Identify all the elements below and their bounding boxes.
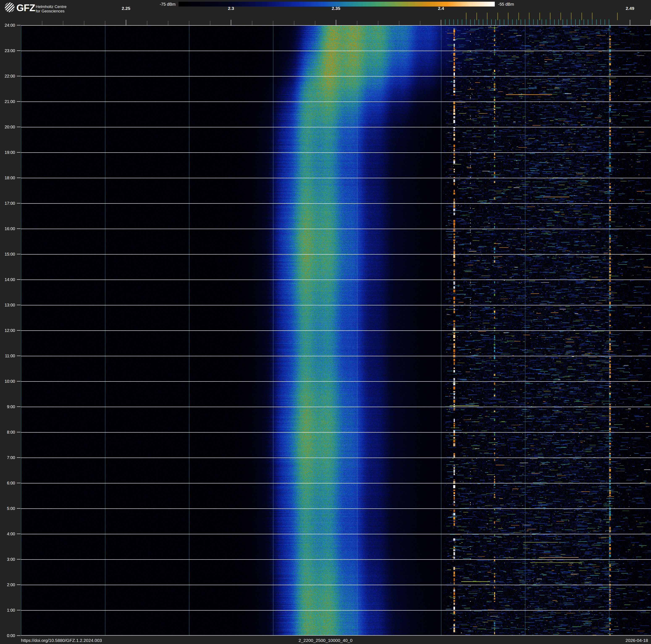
freq-major-label: 2.35	[327, 6, 345, 11]
ble-channel-tick	[500, 19, 500, 25]
brand-subtitle: Helmholtz Centre for Geosciences	[36, 4, 67, 13]
spectrogram-canvas	[21, 25, 651, 636]
freq-major-tick	[630, 20, 630, 25]
wifi-channel-tick	[539, 12, 540, 20]
ble-channel-tick	[537, 19, 538, 25]
ble-channel-tick	[478, 19, 479, 25]
time-label: 19:00	[0, 150, 15, 155]
time-tick	[17, 25, 21, 25]
freq-minor-tick	[189, 21, 189, 25]
spectrogram-page: GFZ Helmholtz Centre for Geosciences -75…	[0, 0, 651, 644]
ble-channel-tick	[462, 19, 462, 25]
time-label: 6:00	[0, 480, 15, 486]
time-label: 18:00	[0, 175, 15, 180]
time-label: 3:00	[0, 557, 15, 562]
time-tick	[17, 381, 21, 381]
time-tick	[17, 534, 21, 534]
wifi-channel-tick	[508, 12, 508, 20]
ble-channel-tick	[508, 19, 508, 25]
ble-channel-tick	[487, 19, 488, 25]
freq-major-tick	[126, 20, 126, 25]
ble-channel-tick	[529, 19, 529, 25]
ble-channel-tick	[571, 19, 571, 25]
freq-edge-tick	[650, 20, 651, 25]
ble-channel-tick	[592, 19, 592, 25]
time-label: 16:00	[0, 226, 15, 231]
time-label: 22:00	[0, 74, 15, 79]
brand-subtitle-line1: Helmholtz Centre	[36, 4, 67, 9]
ble-channel-tick	[517, 19, 517, 25]
time-tick	[17, 51, 21, 51]
ble-channel-tick	[567, 19, 567, 25]
time-label: 10:00	[0, 379, 15, 384]
ble-channel-tick	[466, 19, 466, 25]
ble-channel-tick	[558, 19, 559, 25]
ble-channel-tick	[609, 19, 609, 25]
freq-minor-tick	[210, 21, 210, 25]
ble-channel-tick	[470, 19, 471, 25]
time-tick	[17, 432, 21, 432]
wifi-channel-tick	[592, 12, 592, 20]
ble-channel-tick	[454, 19, 454, 25]
time-tick	[17, 635, 21, 636]
time-label: 15:00	[0, 252, 15, 257]
ble-channel-tick	[521, 19, 521, 25]
time-label: 23:00	[0, 48, 15, 53]
freq-major-label: 2.49	[621, 6, 640, 11]
freq-minor-tick	[357, 21, 357, 25]
ble-channel-tick	[588, 19, 588, 25]
time-label: 1:00	[0, 608, 15, 613]
freq-minor-tick	[399, 21, 399, 25]
time-label: 4:00	[0, 531, 15, 536]
time-tick	[17, 407, 21, 407]
time-tick	[17, 483, 21, 483]
ble-channel-tick	[554, 19, 555, 25]
time-label: 17:00	[0, 201, 15, 206]
ble-channel-tick	[458, 19, 458, 25]
freq-minor-tick	[147, 21, 147, 25]
time-label: 7:00	[0, 455, 15, 460]
freq-major-label: 2.4	[432, 6, 451, 11]
time-tick	[17, 305, 21, 305]
wifi-channel-tick	[497, 12, 498, 20]
ble-channel-tick	[604, 19, 605, 25]
gfz-logo-icon	[5, 2, 15, 12]
time-tick	[17, 330, 21, 331]
ble-channel-tick	[483, 19, 483, 25]
time-tick	[17, 457, 21, 458]
time-tick	[17, 279, 21, 280]
freq-major-tick	[231, 20, 231, 25]
ble-channel-tick	[512, 19, 513, 25]
time-tick	[17, 585, 21, 585]
time-tick	[17, 152, 21, 153]
ble-channel-tick	[563, 19, 563, 25]
time-label: 24:00	[0, 23, 15, 28]
ble-channel-tick	[495, 19, 496, 25]
time-tick	[17, 127, 21, 127]
wifi-channel-tick	[560, 12, 561, 20]
time-label: 2:00	[0, 582, 15, 587]
time-label: 21:00	[0, 99, 15, 104]
wifi-channel-tick	[519, 12, 519, 20]
time-label: 13:00	[0, 302, 15, 308]
freq-major-label: 2.3	[222, 6, 241, 11]
time-tick	[17, 254, 21, 254]
time-tick	[17, 229, 21, 229]
ble-channel-tick	[449, 19, 450, 25]
freq-minor-tick	[63, 21, 63, 25]
freq-minor-tick	[273, 21, 273, 25]
time-label: 8:00	[0, 430, 15, 435]
time-tick	[17, 356, 21, 356]
freq-minor-tick	[420, 21, 420, 25]
ble-channel-tick	[533, 19, 534, 25]
time-label: 5:00	[0, 506, 15, 511]
time-tick	[17, 76, 21, 76]
ble-channel-tick	[504, 19, 504, 25]
time-tick	[17, 508, 21, 509]
time-tick	[17, 101, 21, 102]
ble-channel-tick	[541, 19, 542, 25]
footer-filename: 2_2200_2500_10000_40_0	[0, 638, 651, 643]
wifi-channel-tick	[529, 12, 529, 20]
ble-channel-tick	[474, 19, 475, 25]
time-label: 0:00	[0, 633, 15, 638]
